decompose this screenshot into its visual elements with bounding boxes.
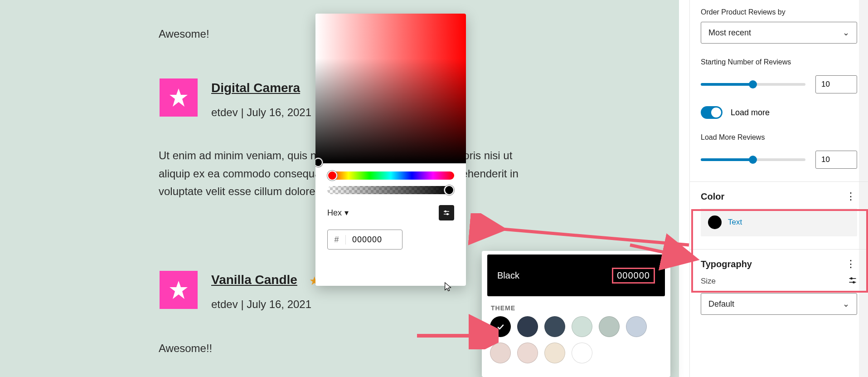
swatch-header: Black 000000 xyxy=(487,255,665,296)
review-text: Awesome!! xyxy=(159,339,212,357)
starting-number-label: Starting Number of Reviews xyxy=(701,58,857,66)
chevron-down-icon: ⌄ xyxy=(843,28,849,38)
swatch-sage[interactable] xyxy=(599,316,620,337)
order-by-value: Most recent xyxy=(708,28,751,38)
swatch-rose[interactable] xyxy=(517,343,538,363)
color-detail-toggle[interactable] xyxy=(439,205,454,220)
review-meta: etdev | July 16, 2021 xyxy=(211,298,311,311)
color-format-label: Hex xyxy=(327,208,342,218)
swatch-mint[interactable] xyxy=(572,316,592,337)
divider: | xyxy=(241,106,247,118)
theme-section-label: THEME xyxy=(482,296,670,316)
order-by-label: Order Product Reviews by xyxy=(701,8,857,16)
text-color-swatch xyxy=(708,215,722,229)
order-by-select[interactable]: Most recent ⌄ xyxy=(701,22,857,44)
load-more-toggle[interactable] xyxy=(701,106,723,119)
alpha-slider[interactable] xyxy=(327,186,454,194)
load-more-input[interactable]: 10 xyxy=(815,151,857,169)
typography-options-button[interactable]: ⋮ xyxy=(844,258,857,270)
size-value: Default xyxy=(708,299,734,309)
load-more-slider[interactable] xyxy=(701,158,805,161)
typography-panel-header[interactable]: Typography ⋮ xyxy=(701,250,857,276)
svg-point-6 xyxy=(851,278,852,279)
review-date: July 16, 2021 xyxy=(247,298,311,310)
alpha-thumb[interactable] xyxy=(444,185,454,195)
starting-number-slider[interactable] xyxy=(701,83,805,86)
size-select[interactable]: Default ⌄ xyxy=(701,293,857,315)
svg-point-7 xyxy=(853,282,854,283)
review-date: July 16, 2021 xyxy=(247,106,311,118)
settings-sidebar: Order Product Reviews by Most recent ⌄ S… xyxy=(689,0,868,377)
hue-thumb[interactable] xyxy=(327,171,337,181)
load-more-label: Load more xyxy=(731,108,770,118)
swatch-row xyxy=(482,316,670,343)
chevron-down-icon: ▾ xyxy=(344,208,349,218)
text-color-row[interactable]: Text xyxy=(701,208,857,236)
slider-knob[interactable] xyxy=(749,80,757,88)
color-swatches-popover: Black 000000 THEME xyxy=(482,251,670,377)
load-more-reviews-label: Load More Reviews xyxy=(701,133,857,142)
color-options-button[interactable]: ⋮ xyxy=(844,190,857,203)
product-link[interactable]: Digital Camera xyxy=(211,81,300,95)
starting-number-input[interactable]: 10 xyxy=(815,75,857,93)
chevron-down-icon: ⌄ xyxy=(843,299,849,309)
swatch-navy[interactable] xyxy=(517,316,538,337)
avatar xyxy=(160,271,198,309)
color-heading: Color xyxy=(701,191,724,202)
hue-slider[interactable] xyxy=(327,171,454,180)
color-format-select[interactable]: Hex ▾ xyxy=(327,208,349,218)
hash-prefix: # xyxy=(328,235,346,245)
author: etdev xyxy=(211,106,238,118)
mouse-cursor-icon xyxy=(443,282,453,292)
swatch-cream[interactable] xyxy=(544,343,565,363)
swatch-blush[interactable] xyxy=(490,343,511,363)
text-color-label: Text xyxy=(728,218,742,227)
swatch-row xyxy=(482,343,670,369)
typography-heading: Typography xyxy=(701,259,752,269)
product-link[interactable]: Vanilla Candle xyxy=(211,273,297,287)
review-text: Awesome! xyxy=(159,25,209,43)
swatch-hex: 000000 xyxy=(612,268,655,284)
hex-input[interactable] xyxy=(346,235,396,245)
review-meta: etdev | July 16, 2021 xyxy=(211,106,311,119)
swatch-lightblue[interactable] xyxy=(626,316,647,337)
avatar xyxy=(160,78,198,117)
swatch-slate[interactable] xyxy=(544,316,565,337)
svg-point-3 xyxy=(447,214,448,215)
color-picker-popover: Hex ▾ # xyxy=(315,14,466,286)
swatch-name: Black xyxy=(497,270,519,281)
color-gradient-area[interactable] xyxy=(315,14,466,163)
author: etdev xyxy=(211,298,238,310)
color-panel-header[interactable]: Color ⋮ xyxy=(701,182,857,208)
divider: | xyxy=(241,298,247,310)
slider-knob[interactable] xyxy=(749,156,757,164)
hex-input-group: # xyxy=(327,230,402,250)
svg-point-2 xyxy=(445,211,446,212)
sliders-icon[interactable] xyxy=(848,276,857,287)
swatch-white[interactable] xyxy=(572,343,592,363)
size-label: Size xyxy=(701,277,716,286)
swatch-black[interactable] xyxy=(490,316,511,337)
